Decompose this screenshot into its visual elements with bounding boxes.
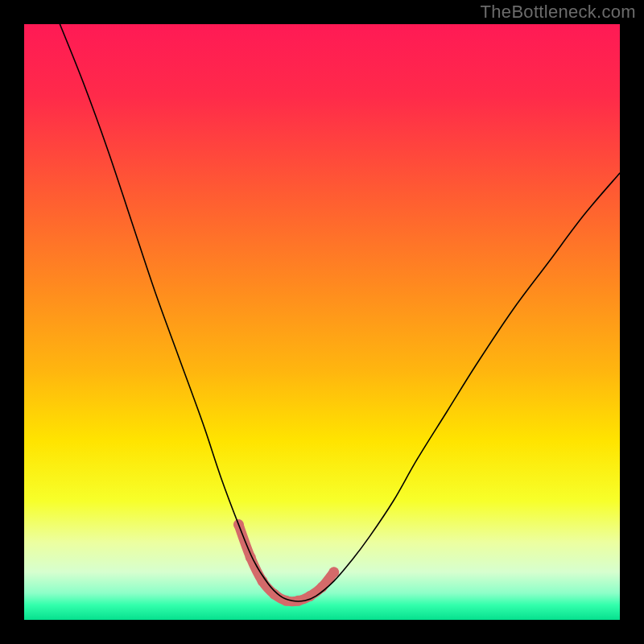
- curve-layer: [24, 24, 620, 620]
- bottleneck-curve: [60, 24, 620, 601]
- chart-stage: TheBottleneck.com: [0, 0, 644, 644]
- watermark-text: TheBottleneck.com: [481, 2, 636, 23]
- svg-point-8: [317, 582, 328, 592]
- svg-point-9: [328, 567, 339, 577]
- plot-area: [24, 24, 620, 620]
